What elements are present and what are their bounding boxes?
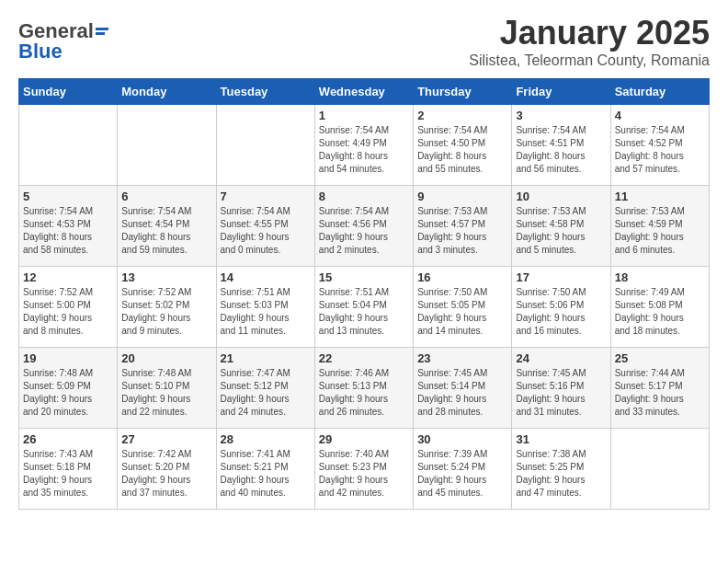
cell-content: Sunrise: 7:54 AM Sunset: 4:53 PM Dayligh… — [23, 205, 113, 257]
table-row: 14Sunrise: 7:51 AM Sunset: 5:03 PM Dayli… — [216, 267, 314, 348]
day-number: 31 — [516, 432, 606, 446]
header: General Blue January 2025 Silistea, Tele… — [0, 0, 728, 78]
day-number: 22 — [319, 351, 409, 365]
col-tuesday: Tuesday — [216, 79, 314, 105]
cell-content: Sunrise: 7:54 AM Sunset: 4:54 PM Dayligh… — [121, 205, 211, 257]
logo-blue-text: Blue — [18, 40, 63, 63]
col-sunday: Sunday — [19, 79, 118, 105]
day-number: 2 — [417, 109, 507, 122]
day-number: 9 — [417, 190, 507, 203]
cell-content: Sunrise: 7:50 AM Sunset: 5:05 PM Dayligh… — [417, 286, 507, 338]
calendar-week-row: 26Sunrise: 7:43 AM Sunset: 5:18 PM Dayli… — [19, 429, 710, 510]
cell-content: Sunrise: 7:54 AM Sunset: 4:52 PM Dayligh… — [615, 124, 705, 176]
cell-content: Sunrise: 7:38 AM Sunset: 5:25 PM Dayligh… — [516, 448, 606, 500]
day-number: 26 — [23, 432, 113, 446]
table-row: 24Sunrise: 7:45 AM Sunset: 5:16 PM Dayli… — [512, 348, 610, 429]
day-number: 29 — [319, 432, 409, 446]
cell-content: Sunrise: 7:47 AM Sunset: 5:12 PM Dayligh… — [221, 367, 311, 419]
day-number: 17 — [516, 270, 606, 284]
calendar-week-row: 12Sunrise: 7:52 AM Sunset: 5:00 PM Dayli… — [19, 267, 710, 348]
table-row: 31Sunrise: 7:38 AM Sunset: 5:25 PM Dayli… — [512, 429, 610, 510]
day-number: 15 — [319, 270, 409, 284]
cell-content: Sunrise: 7:45 AM Sunset: 5:16 PM Dayligh… — [516, 367, 606, 419]
cell-content: Sunrise: 7:53 AM Sunset: 4:57 PM Dayligh… — [417, 205, 507, 257]
cell-content: Sunrise: 7:54 AM Sunset: 4:51 PM Dayligh… — [516, 124, 606, 176]
day-number: 3 — [516, 109, 606, 122]
col-monday: Monday — [118, 79, 216, 105]
table-row — [19, 105, 118, 186]
cell-content: Sunrise: 7:52 AM Sunset: 5:00 PM Dayligh… — [23, 286, 113, 338]
calendar-week-row: 5Sunrise: 7:54 AM Sunset: 4:53 PM Daylig… — [19, 186, 710, 267]
day-number: 23 — [417, 351, 507, 365]
table-row: 6Sunrise: 7:54 AM Sunset: 4:54 PM Daylig… — [118, 186, 216, 267]
day-number: 16 — [417, 270, 507, 284]
table-row: 10Sunrise: 7:53 AM Sunset: 4:58 PM Dayli… — [512, 186, 610, 267]
calendar-table: Sunday Monday Tuesday Wednesday Thursday… — [18, 78, 710, 510]
table-row: 29Sunrise: 7:40 AM Sunset: 5:23 PM Dayli… — [314, 429, 413, 510]
cell-content: Sunrise: 7:53 AM Sunset: 4:59 PM Dayligh… — [615, 205, 705, 257]
table-row: 16Sunrise: 7:50 AM Sunset: 5:05 PM Dayli… — [414, 267, 512, 348]
cell-content: Sunrise: 7:39 AM Sunset: 5:24 PM Dayligh… — [417, 448, 507, 500]
day-number: 13 — [121, 270, 211, 284]
table-row: 28Sunrise: 7:41 AM Sunset: 5:21 PM Dayli… — [216, 429, 314, 510]
location: Silistea, Teleorman County, Romania — [469, 52, 710, 69]
table-row: 17Sunrise: 7:50 AM Sunset: 5:06 PM Dayli… — [512, 267, 610, 348]
day-number: 14 — [221, 270, 311, 284]
cell-content: Sunrise: 7:43 AM Sunset: 5:18 PM Dayligh… — [23, 448, 113, 500]
day-number: 10 — [516, 190, 606, 203]
table-row — [118, 105, 216, 186]
table-row: 18Sunrise: 7:49 AM Sunset: 5:08 PM Dayli… — [610, 267, 709, 348]
table-row: 3Sunrise: 7:54 AM Sunset: 4:51 PM Daylig… — [512, 105, 610, 186]
table-row: 8Sunrise: 7:54 AM Sunset: 4:56 PM Daylig… — [314, 186, 413, 267]
cell-content: Sunrise: 7:42 AM Sunset: 5:20 PM Dayligh… — [121, 448, 211, 500]
table-row: 9Sunrise: 7:53 AM Sunset: 4:57 PM Daylig… — [414, 186, 512, 267]
col-friday: Friday — [512, 79, 610, 105]
table-row — [610, 429, 709, 510]
day-number: 27 — [121, 432, 211, 446]
cell-content: Sunrise: 7:51 AM Sunset: 5:04 PM Dayligh… — [319, 286, 409, 338]
table-row: 4Sunrise: 7:54 AM Sunset: 4:52 PM Daylig… — [610, 105, 709, 186]
table-row: 27Sunrise: 7:42 AM Sunset: 5:20 PM Dayli… — [118, 429, 216, 510]
day-number: 18 — [615, 270, 705, 284]
day-number: 1 — [319, 109, 409, 122]
table-row: 12Sunrise: 7:52 AM Sunset: 5:00 PM Dayli… — [19, 267, 118, 348]
table-row: 7Sunrise: 7:54 AM Sunset: 4:55 PM Daylig… — [216, 186, 314, 267]
cell-content: Sunrise: 7:54 AM Sunset: 4:56 PM Dayligh… — [319, 205, 409, 257]
cell-content: Sunrise: 7:48 AM Sunset: 5:09 PM Dayligh… — [23, 367, 113, 419]
cell-content: Sunrise: 7:52 AM Sunset: 5:02 PM Dayligh… — [121, 286, 211, 338]
table-row: 22Sunrise: 7:46 AM Sunset: 5:13 PM Dayli… — [314, 348, 413, 429]
day-number: 30 — [417, 432, 507, 446]
day-number: 4 — [615, 109, 705, 122]
calendar-wrapper: Sunday Monday Tuesday Wednesday Thursday… — [0, 78, 728, 519]
table-row: 23Sunrise: 7:45 AM Sunset: 5:14 PM Dayli… — [414, 348, 512, 429]
calendar-week-row: 1Sunrise: 7:54 AM Sunset: 4:49 PM Daylig… — [19, 105, 710, 186]
table-row: 15Sunrise: 7:51 AM Sunset: 5:04 PM Dayli… — [314, 267, 413, 348]
month-title: January 2025 — [469, 14, 710, 52]
cell-content: Sunrise: 7:48 AM Sunset: 5:10 PM Dayligh… — [121, 367, 211, 419]
cell-content: Sunrise: 7:54 AM Sunset: 4:50 PM Dayligh… — [417, 124, 507, 176]
cell-content: Sunrise: 7:54 AM Sunset: 4:55 PM Dayligh… — [221, 205, 311, 257]
cell-content: Sunrise: 7:53 AM Sunset: 4:58 PM Dayligh… — [516, 205, 606, 257]
table-row: 20Sunrise: 7:48 AM Sunset: 5:10 PM Dayli… — [118, 348, 216, 429]
col-saturday: Saturday — [610, 79, 709, 105]
cell-content: Sunrise: 7:45 AM Sunset: 5:14 PM Dayligh… — [417, 367, 507, 419]
day-number: 28 — [221, 432, 311, 446]
col-thursday: Thursday — [414, 79, 512, 105]
day-number: 7 — [221, 190, 311, 203]
day-number: 6 — [121, 190, 211, 203]
calendar-header-row: Sunday Monday Tuesday Wednesday Thursday… — [19, 79, 710, 105]
table-row: 25Sunrise: 7:44 AM Sunset: 5:17 PM Dayli… — [610, 348, 709, 429]
table-row: 2Sunrise: 7:54 AM Sunset: 4:50 PM Daylig… — [414, 105, 512, 186]
cell-content: Sunrise: 7:50 AM Sunset: 5:06 PM Dayligh… — [516, 286, 606, 338]
table-row: 21Sunrise: 7:47 AM Sunset: 5:12 PM Dayli… — [216, 348, 314, 429]
calendar-week-row: 19Sunrise: 7:48 AM Sunset: 5:09 PM Dayli… — [19, 348, 710, 429]
day-number: 21 — [221, 351, 311, 365]
table-row — [216, 105, 314, 186]
day-number: 8 — [319, 190, 409, 203]
day-number: 11 — [615, 190, 705, 203]
day-number: 5 — [23, 190, 113, 203]
table-row: 26Sunrise: 7:43 AM Sunset: 5:18 PM Dayli… — [19, 429, 118, 510]
cell-content: Sunrise: 7:49 AM Sunset: 5:08 PM Dayligh… — [615, 286, 705, 338]
day-number: 24 — [516, 351, 606, 365]
table-row: 13Sunrise: 7:52 AM Sunset: 5:02 PM Dayli… — [118, 267, 216, 348]
